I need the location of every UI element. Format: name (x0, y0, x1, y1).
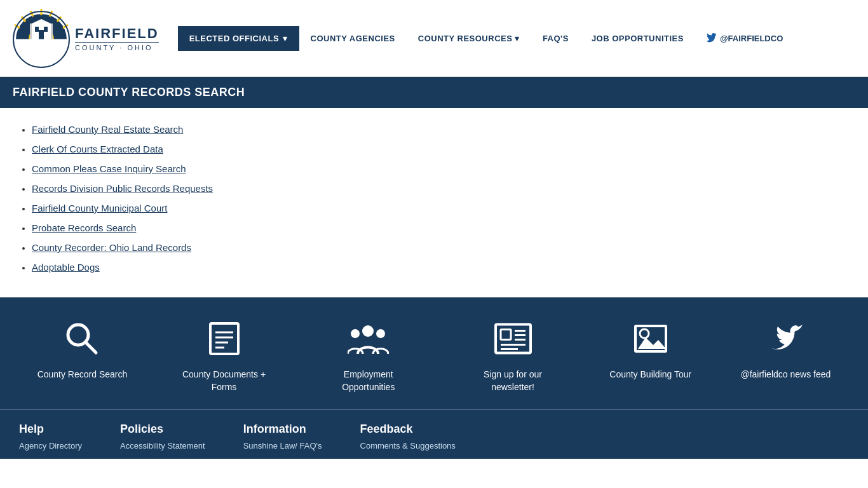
job-opportunities-link[interactable]: JOB OPPORTUNITIES (580, 26, 695, 51)
clerk-courts-link[interactable]: Clerk Of Courts Extracted Data (32, 144, 163, 154)
footer-feedback-heading: Feedback (360, 423, 456, 436)
footer-policies-col: Policies Accessibility Statement (120, 423, 205, 452)
main-content: Fairfield County Real Estate Search Cler… (0, 108, 868, 297)
list-item: Fairfield County Real Estate Search (32, 124, 849, 135)
footer: County Record Search County Documents + … (0, 297, 868, 459)
svg-line-17 (86, 342, 96, 353)
svg-rect-8 (35, 27, 39, 32)
faqs-link[interactable]: FAQ'S (531, 26, 580, 51)
logo-subtitle: COUNTY · OHIO (75, 42, 159, 51)
footer-newsletter[interactable]: Sign up for our newsletter! (465, 316, 560, 393)
svg-point-25 (376, 329, 385, 338)
twitter-link[interactable]: @FAIRFIELDCO (695, 25, 794, 51)
footer-icons-row: County Record Search County Documents + … (0, 297, 868, 409)
county-logo (13, 6, 70, 70)
county-recorder-link[interactable]: County Recorder: Ohio Land Records (32, 242, 191, 253)
elected-officials-button[interactable]: ELECTED OFFICIALS ▾ (178, 26, 299, 51)
county-resources-link[interactable]: COUNTY RESOURCES ▾ (407, 26, 531, 51)
footer-information-heading: Information (243, 423, 322, 436)
footer-county-documents[interactable]: County Documents + Forms (177, 316, 272, 393)
footer-documents-label: County Documents + Forms (177, 369, 272, 393)
svg-rect-10 (39, 30, 44, 39)
comments-link[interactable]: Comments & Suggestions (360, 441, 456, 451)
main-nav: ELECTED OFFICIALS ▾ COUNTY AGENCIES COUN… (178, 25, 795, 51)
adoptable-dogs-link[interactable]: Adoptable Dogs (32, 262, 100, 273)
twitter-footer-icon (763, 316, 808, 361)
svg-rect-27 (501, 330, 511, 340)
footer-help-heading: Help (19, 423, 82, 436)
svg-rect-12 (30, 24, 32, 39)
footer-building-tour[interactable]: County Building Tour (609, 316, 691, 381)
list-item: Clerk Of Courts Extracted Data (32, 144, 849, 154)
search-icon (60, 316, 104, 361)
footer-employment-label: Employment Opportunities (321, 369, 416, 393)
document-icon (202, 316, 247, 361)
logo-area: FAIRFIELD COUNTY · OHIO (13, 6, 159, 70)
agency-directory-link[interactable]: Agency Directory (19, 441, 82, 451)
building-icon (628, 316, 673, 361)
svg-point-34 (640, 329, 649, 338)
footer-building-label: County Building Tour (609, 369, 691, 381)
footer-columns: Help Agency Directory Policies Accessibi… (0, 409, 868, 459)
dropdown-arrow-icon: ▾ (283, 34, 288, 43)
footer-help-col: Help Agency Directory (19, 423, 82, 452)
common-pleas-link[interactable]: Common Pleas Case Inquiry Search (32, 163, 186, 174)
real-estate-search-link[interactable]: Fairfield County Real Estate Search (32, 124, 183, 135)
sunshine-law-link[interactable]: Sunshine Law/ FAQ's (243, 441, 322, 451)
logo-text: FAIRFIELD COUNTY · OHIO (75, 25, 159, 51)
footer-information-col: Information Sunshine Law/ FAQ's (243, 423, 322, 452)
footer-employment[interactable]: Employment Opportunities (321, 316, 416, 393)
footer-search-label: County Record Search (37, 369, 128, 381)
twitter-nav-icon (707, 33, 717, 43)
page-title-bar: FAIRFIELD COUNTY RECORDS SEARCH (0, 77, 868, 108)
footer-county-record-search[interactable]: County Record Search (37, 316, 128, 381)
logo-fairfield: FAIRFIELD (75, 25, 159, 42)
footer-policies-heading: Policies (120, 423, 205, 436)
dropdown-arrow-icon: ▾ (515, 34, 520, 43)
page-title: FAIRFIELD COUNTY RECORDS SEARCH (13, 86, 245, 98)
svg-point-24 (351, 329, 360, 338)
municipal-court-link[interactable]: Fairfield County Municipal Court (32, 203, 167, 214)
records-division-link[interactable]: Records Division Public Records Requests (32, 183, 213, 194)
county-agencies-link[interactable]: COUNTY AGENCIES (299, 26, 407, 51)
accessibility-link[interactable]: Accessibility Statement (120, 441, 205, 451)
svg-rect-18 (210, 323, 238, 354)
footer-twitter-label: @fairfieldco news feed (740, 369, 831, 381)
list-item: County Recorder: Ohio Land Records (32, 242, 849, 253)
records-link-list: Fairfield County Real Estate Search Cler… (19, 124, 849, 273)
news-icon (491, 316, 535, 361)
footer-newsletter-label: Sign up for our newsletter! (465, 369, 560, 393)
list-item: Records Division Public Records Requests (32, 183, 849, 194)
list-item: Common Pleas Case Inquiry Search (32, 163, 849, 174)
footer-feedback-col: Feedback Comments & Suggestions (360, 423, 456, 452)
list-item: Probate Records Search (32, 222, 849, 233)
probate-records-link[interactable]: Probate Records Search (32, 222, 136, 233)
svg-rect-13 (51, 24, 53, 39)
list-item: Fairfield County Municipal Court (32, 203, 849, 214)
svg-rect-9 (44, 27, 48, 32)
list-item: Adoptable Dogs (32, 262, 849, 273)
people-icon (346, 316, 391, 361)
header: FAIRFIELD COUNTY · OHIO ELECTED OFFICIAL… (0, 0, 868, 77)
footer-twitter-feed[interactable]: @fairfieldco news feed (740, 316, 831, 381)
svg-point-23 (362, 325, 374, 337)
